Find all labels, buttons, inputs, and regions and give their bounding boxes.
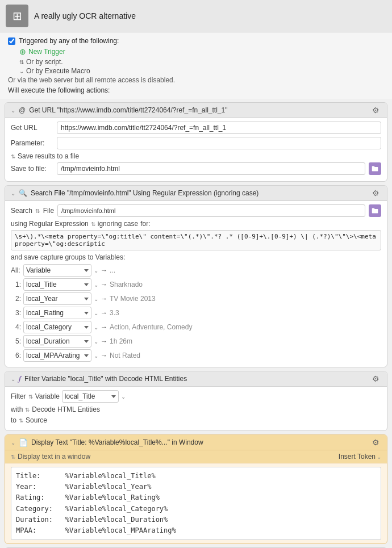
filter-icon: 𝒇 [19,374,21,383]
get-url-input[interactable] [57,122,381,134]
app-icon: ⊞ [6,5,28,27]
all-variable-select[interactable]: Variable [23,264,91,277]
display-line-2: Year: %Variable%local_Year% [16,482,376,492]
action-display-text: ⌄ 📄 Display Text "Title: %Variable%local… [5,434,387,544]
all-variables-row: All: Variable ⌄ → ... [11,264,381,277]
display-chevron[interactable]: ⇅ [11,454,15,460]
collapse-chevron-4[interactable]: ⌄ [11,440,15,446]
header-bar: ⊞ A really ugly OCR alternative [0,0,392,32]
action-filter-header: ⌄ 𝒇 Filter Variable "local_Title" with D… [5,371,387,387]
chevron-5: ⌄ [94,338,98,345]
all-label: All: [11,266,21,274]
triggered-by-row: Triggered by any of the following: [8,37,384,45]
save-to-file-input[interactable] [57,162,365,175]
action-get-url-title: Get URL "https://www.imdb.com/title/tt27… [29,106,227,114]
action-display-title: Display Text "Title: %Variable%local_Tit… [31,438,203,446]
var-value-2: TV Movie 2013 [110,295,156,303]
chevron-2: ⌄ [94,296,98,302]
chevron-3: ⌄ [94,310,98,316]
triggered-by-label: Triggered by any of the following: [19,37,119,45]
collapse-chevron-3[interactable]: ⌄ [11,376,15,382]
var-row-2: 2: local_Year ⌄ → TV Movie 2013 [11,292,381,305]
filter-variable-row: Filter ⇅ Variable local_Title ⌄ [11,390,381,403]
variable-chevron: ⌄ [121,394,126,400]
var-row-1: 1: local_Title ⌄ → Sharknado [11,278,381,291]
to-source-row: to ⇅ Source [11,416,381,424]
triggered-by-checkbox[interactable] [8,37,15,45]
parameter-input[interactable] [57,137,381,149]
svg-rect-0 [372,167,378,171]
collapse-chevron-2[interactable]: ⌄ [11,190,15,196]
browse-button[interactable] [369,162,381,175]
action-display-body: Title: %Variable%local_Title% Year: %Var… [5,463,387,543]
chevron-4: ⌄ [94,324,98,331]
action-filter-body: Filter ⇅ Variable local_Title ⌄ with ⇅ D… [5,387,387,430]
and-save-row: and save capture groups to Variables: [11,253,381,261]
folder-icon-2 [372,207,378,214]
action-search-header-left: ⌄ 🔍 Search File "/tmp/movieinfo.html" Us… [11,189,372,197]
arrow-3: → [101,309,107,317]
filter-variable-select[interactable]: local_Title [62,390,119,403]
arrow-6: → [101,352,107,359]
gear-icon[interactable]: ⚙ [372,106,381,115]
action-display-header: ⌄ 📄 Display Text "Title: %Variable%local… [5,435,387,450]
or-by-macro-row: ⌄ Or by Execute Macro [19,67,384,75]
var-row-3: 3: local_Rating ⌄ → 3.3 [11,307,381,319]
display-text-content[interactable]: Title: %Variable%local_Title% Year: %Var… [11,467,381,540]
using-label: using Regular Expression [11,220,89,228]
var-num-2: 2: [11,295,21,303]
new-trigger-label: New Trigger [28,48,65,56]
action-display-header-left: ⌄ 📄 Display Text "Title: %Variable%local… [11,438,372,447]
display-line-3: Rating: %Variable%local_Rating% [16,492,376,503]
var-value-3: 3.3 [110,309,119,317]
using-row: using Regular Expression ⇅ ignoring case… [11,220,381,228]
var-value-1: Sharknado [110,281,143,288]
filter-chevron[interactable]: ⇅ [28,394,33,400]
chevron-1: ⌄ [94,282,98,288]
var-select-1[interactable]: local_Title [23,278,91,291]
action-filter-title: Filter Variable "local_Title" with Decod… [24,375,187,383]
gear-icon-2[interactable]: ⚙ [372,189,381,198]
regex-chevron[interactable]: ⇅ [91,221,95,227]
regex-expression[interactable]: \s+\).*\<meta property=\"og:title\" cont… [11,230,381,250]
save-results-row: ⇅ Save results to a file [11,152,381,160]
collapse-chevron[interactable]: ⌄ [11,107,15,114]
save-to-file-label: Save to file: [11,165,53,173]
search-file-row: Search ⇅ File [11,204,381,217]
action-get-url-header: ⌄ @ Get URL "https://www.imdb.com/title/… [5,103,387,118]
chevron-icon-2: ⌄ [19,68,24,74]
var-row-5: 5: local_Duration ⌄ → 1h 26m [11,335,381,348]
insert-token-button[interactable]: Insert Token ⌄ [339,453,381,461]
with-label: with [11,405,23,413]
browse-button-2[interactable] [369,204,381,217]
var-num-4: 4: [11,323,21,331]
action-filter-header-left: ⌄ 𝒇 Filter Variable "local_Title" with D… [11,374,372,383]
gear-icon-3[interactable]: ⚙ [372,374,381,383]
for-label: for: [140,220,150,228]
gear-icon-4[interactable]: ⚙ [372,438,381,447]
var-select-5[interactable]: local_Duration [23,335,91,348]
var-row-6: 6: local_MPAArating ⌄ → Not Rated [11,349,381,362]
var-select-3[interactable]: local_Rating [23,307,91,319]
all-dots-value: ... [110,266,115,274]
svg-rect-2 [372,209,378,214]
action-filter-variable: ⌄ 𝒇 Filter Variable "local_Title" with D… [5,371,387,431]
with-chevron[interactable]: ⇅ [25,407,30,413]
action-search-header: ⌄ 🔍 Search File "/tmp/movieinfo.html" Us… [5,186,387,201]
var-select-2[interactable]: local_Year [23,292,91,305]
var-select-4[interactable]: local_Category [23,321,91,333]
search-icon: 🔍 [19,189,27,197]
or-by-script-row: ⇅ Or by script. [19,58,384,66]
display-line-4: Category: %Variable%local_Category% [16,504,376,514]
get-url-label: Get URL [11,124,53,132]
save-results-chevron[interactable]: ⇅ [11,153,15,160]
display-line-1: Title: %Variable%local_Title% [16,471,376,482]
svg-rect-1 [372,166,375,168]
var-value-5: 1h 26m [110,337,132,345]
to-chevron[interactable]: ⇅ [19,417,23,424]
with-decode-row: with ⇅ Decode HTML Entities [11,405,381,413]
search-file-input[interactable] [57,204,365,217]
var-select-6[interactable]: local_MPAArating [23,349,91,362]
new-trigger-link[interactable]: ⊕ New Trigger [19,47,384,56]
variables-section: All: Variable ⌄ → ... 1: local_Title ⌄ →… [11,264,381,362]
